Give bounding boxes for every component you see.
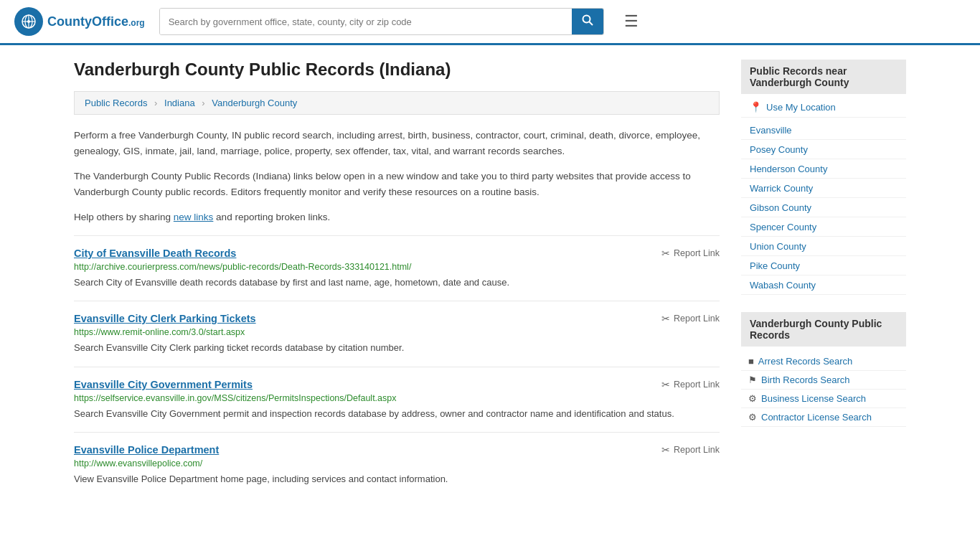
- public-records-links-list: ■ Arrest Records Search ⚑ Birth Records …: [741, 349, 906, 430]
- public-record-link-item: ⚙ Contractor License Search: [741, 408, 906, 427]
- record-desc: Search City of Evansville death records …: [74, 276, 720, 290]
- nearby-place-link[interactable]: Wabash County: [750, 280, 816, 291]
- breadcrumb-indiana[interactable]: Indiana: [164, 98, 195, 108]
- record-header: Evansville City Government Permits ✂ Rep…: [74, 379, 720, 390]
- logo-county: CountyOffice: [47, 14, 128, 29]
- record-item: Evansville City Clerk Parking Tickets ✂ …: [74, 301, 720, 367]
- report-icon: ✂: [661, 313, 670, 324]
- record-url[interactable]: http://archive.courierpress.com/news/pub…: [74, 262, 720, 272]
- page-title: Vanderburgh County Public Records (India…: [74, 60, 720, 80]
- site-header: CountyOffice.org ☰: [0, 0, 980, 45]
- nearby-place-item: Warrick County: [741, 179, 906, 198]
- record-link-icon: ⚑: [748, 375, 757, 385]
- nearby-place-item: Pike County: [741, 256, 906, 276]
- nearby-place-link[interactable]: Gibson County: [750, 202, 811, 213]
- public-record-link-item: ■ Arrest Records Search: [741, 352, 906, 371]
- nearby-place-item: Henderson County: [741, 159, 906, 179]
- use-location-item: 📍 Use My Location: [741, 97, 906, 118]
- public-record-link[interactable]: Birth Records Search: [761, 375, 850, 385]
- nearby-section: Public Records near Vanderburgh County 📍…: [741, 60, 906, 298]
- public-records-section: Vanderburgh County Public Records ■ Arre…: [741, 312, 906, 430]
- new-links-link[interactable]: new links: [174, 212, 214, 222]
- record-desc: View Evansville Police Department home p…: [74, 472, 720, 486]
- intro-para3-after: and reporting broken links.: [213, 212, 330, 222]
- public-record-link-item: ⚙ Business License Search: [741, 390, 906, 408]
- nearby-place-link[interactable]: Warrick County: [750, 183, 813, 194]
- public-record-link[interactable]: Contractor License Search: [761, 412, 872, 423]
- record-item: Evansville City Government Permits ✂ Rep…: [74, 367, 720, 433]
- nearby-place-link[interactable]: Posey County: [750, 144, 808, 155]
- report-label: Report Link: [674, 314, 720, 324]
- report-icon: ✂: [661, 444, 670, 456]
- search-input[interactable]: [160, 9, 572, 34]
- record-title[interactable]: Evansville City Clerk Parking Tickets: [74, 313, 256, 324]
- record-header: City of Evansville Death Records ✂ Repor…: [74, 248, 720, 259]
- report-icon: ✂: [661, 248, 670, 259]
- use-location-link[interactable]: Use My Location: [766, 102, 836, 113]
- breadcrumb-public-records[interactable]: Public Records: [85, 98, 147, 108]
- report-icon: ✂: [661, 379, 670, 390]
- record-desc: Search Evansville City Government permit…: [74, 407, 720, 421]
- nearby-place-link[interactable]: Union County: [750, 241, 806, 252]
- nearby-place-link[interactable]: Pike County: [750, 260, 800, 271]
- site-logo[interactable]: CountyOffice.org: [14, 7, 145, 36]
- intro-para3: Help others by sharing new links and rep…: [74, 209, 720, 225]
- location-pin-icon: 📍: [750, 101, 762, 113]
- report-label: Report Link: [674, 380, 720, 390]
- nearby-place-link[interactable]: Spencer County: [750, 222, 816, 232]
- nearby-place-link[interactable]: Evansville: [750, 125, 792, 136]
- record-item: Evansville Police Department ✂ Report Li…: [74, 432, 720, 498]
- content-left: Vanderburgh County Public Records (India…: [74, 60, 720, 498]
- record-desc: Search Evansville City Clerk parking tic…: [74, 341, 720, 355]
- record-header: Evansville City Clerk Parking Tickets ✂ …: [74, 313, 720, 324]
- search-bar: [159, 8, 604, 35]
- intro-para1: Perform a free Vanderburgh County, IN pu…: [74, 128, 720, 159]
- report-label: Report Link: [674, 248, 720, 258]
- public-record-link[interactable]: Business License Search: [761, 393, 866, 404]
- nearby-place-item: Union County: [741, 237, 906, 256]
- nearby-place-item: Wabash County: [741, 276, 906, 295]
- nearby-place-item: Evansville: [741, 121, 906, 140]
- nearby-places-list: EvansvillePosey CountyHenderson CountyWa…: [741, 118, 906, 298]
- svg-line-7: [589, 22, 593, 26]
- nearby-place-item: Spencer County: [741, 217, 906, 237]
- record-link-icon: ■: [748, 356, 754, 367]
- breadcrumb: Public Records › Indiana › Vanderburgh C…: [74, 91, 720, 115]
- public-records-title: Vanderburgh County Public Records: [741, 312, 906, 347]
- record-link-icon: ⚙: [748, 393, 757, 404]
- nearby-place-link[interactable]: Henderson County: [750, 164, 827, 174]
- nearby-place-item: Posey County: [741, 140, 906, 159]
- svg-point-5: [27, 20, 30, 23]
- record-title[interactable]: City of Evansville Death Records: [74, 248, 236, 259]
- report-link[interactable]: ✂ Report Link: [661, 248, 720, 259]
- nearby-place-item: Gibson County: [741, 198, 906, 217]
- intro-para2: The Vanderburgh County Public Records (I…: [74, 169, 720, 199]
- record-link-icon: ⚙: [748, 412, 757, 423]
- report-link[interactable]: ✂ Report Link: [661, 444, 720, 456]
- records-list: City of Evansville Death Records ✂ Repor…: [74, 235, 720, 498]
- record-url[interactable]: https://selfservice.evansville.in.gov/MS…: [74, 393, 720, 403]
- nearby-title: Public Records near Vanderburgh County: [741, 60, 906, 94]
- intro-para3-before: Help others by sharing: [74, 212, 174, 222]
- record-url[interactable]: https://www.remit-online.com/3.0/start.a…: [74, 327, 720, 337]
- record-header: Evansville Police Department ✂ Report Li…: [74, 444, 720, 456]
- main-layout: Vanderburgh County Public Records (India…: [60, 45, 920, 512]
- record-title[interactable]: Evansville Police Department: [74, 444, 219, 456]
- report-link[interactable]: ✂ Report Link: [661, 313, 720, 324]
- report-label: Report Link: [674, 445, 720, 455]
- hamburger-menu-button[interactable]: ☰: [618, 11, 644, 32]
- logo-org: .org: [128, 18, 145, 28]
- sidebar: Public Records near Vanderburgh County 📍…: [741, 60, 906, 498]
- breadcrumb-vanderburgh[interactable]: Vanderburgh County: [212, 98, 297, 108]
- record-item: City of Evansville Death Records ✂ Repor…: [74, 235, 720, 301]
- report-link[interactable]: ✂ Report Link: [661, 379, 720, 390]
- public-record-link[interactable]: Arrest Records Search: [758, 356, 853, 367]
- svg-point-6: [583, 16, 590, 23]
- logo-icon: [14, 7, 43, 36]
- record-url[interactable]: http://www.evansvillepolice.com/: [74, 458, 720, 468]
- record-title[interactable]: Evansville City Government Permits: [74, 379, 253, 390]
- search-button[interactable]: [572, 9, 603, 34]
- public-record-link-item: ⚑ Birth Records Search: [741, 371, 906, 390]
